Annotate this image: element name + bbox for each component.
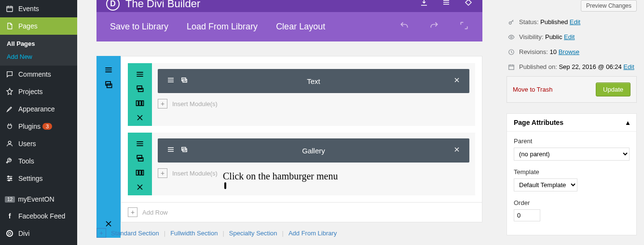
- add-row-line: + Add Row: [121, 203, 482, 222]
- status-edit-link[interactable]: Edit: [570, 18, 580, 26]
- sidebar-label: Projects: [18, 88, 43, 95]
- section-copy-icon[interactable]: [102, 78, 115, 91]
- row-hamburger-icon[interactable]: [134, 68, 146, 81]
- redo-icon[interactable]: [429, 21, 439, 33]
- row-block-2: Gallery + Insert Module(s): [128, 133, 475, 195]
- sidebar-item-myeventon[interactable]: 12 myEventON: [0, 191, 77, 207]
- row-columns-icon[interactable]: [134, 97, 146, 109]
- sidebar-label: Users: [18, 140, 36, 148]
- sidebar-label: Facebook Feed: [18, 212, 65, 220]
- published-label: Published on:: [519, 63, 557, 70]
- module-copy-icon[interactable]: [180, 76, 189, 86]
- preview-changes-button[interactable]: Preview Changes: [581, 0, 637, 12]
- svg-point-4: [8, 180, 10, 181]
- status-label: Status:: [519, 18, 538, 26]
- visibility-edit-link[interactable]: Edit: [564, 33, 575, 41]
- right-panel: Preview Changes Status: Published Edit V…: [499, 0, 644, 245]
- svg-rect-18: [142, 170, 143, 175]
- row-block-1: Text + Insert Module(s): [128, 63, 475, 126]
- module-title: Text: [158, 77, 469, 85]
- sidebar-item-plugins[interactable]: Plugins 3: [0, 118, 77, 135]
- module-hamburger-icon[interactable]: [166, 145, 175, 156]
- section-toolbar: [96, 56, 121, 238]
- sidebar-item-tools[interactable]: Tools: [0, 152, 77, 170]
- add-row-label[interactable]: Add Row: [142, 209, 168, 216]
- sidebar-item-settings[interactable]: Settings: [0, 170, 77, 187]
- load-from-library-button[interactable]: Load From Library: [187, 22, 258, 32]
- svg-rect-17: [139, 170, 141, 175]
- order-input[interactable]: [514, 209, 540, 221]
- insert-module-label[interactable]: Insert Module(s): [172, 100, 218, 108]
- row-toolbar-1: [128, 63, 152, 126]
- svg-rect-10: [139, 101, 141, 106]
- sidebar-item-appearance[interactable]: Appearance: [0, 100, 77, 118]
- module-copy-icon[interactable]: [180, 145, 189, 156]
- sidebar-item-divi[interactable]: D Divi: [0, 225, 77, 242]
- sidebar-label: Appearance: [18, 105, 55, 113]
- module-hamburger-icon[interactable]: [166, 76, 175, 86]
- insert-module-plus-icon[interactable]: +: [158, 99, 167, 109]
- download-icon[interactable]: [420, 0, 428, 9]
- save-to-library-button[interactable]: Save to Library: [110, 22, 168, 32]
- revisions-value: 10: [550, 48, 557, 55]
- specialty-section-link[interactable]: Specialty Section: [229, 230, 277, 237]
- template-select[interactable]: Default Template: [514, 178, 577, 191]
- sidebar-sub-all-pages[interactable]: All Pages: [0, 37, 77, 50]
- row-hamburger-icon[interactable]: [134, 137, 146, 150]
- update-button[interactable]: Update: [596, 82, 630, 96]
- visibility-value: Public: [545, 33, 562, 41]
- insert-module-label[interactable]: Insert Module(s): [172, 170, 218, 177]
- expand-icon[interactable]: [459, 21, 469, 33]
- status-row: Status: Published Edit: [507, 14, 637, 29]
- sliders-icon: [5, 174, 14, 183]
- standard-section-link[interactable]: Standard Section: [111, 230, 159, 237]
- hamburger-icon[interactable]: [442, 0, 451, 9]
- svg-rect-6: [107, 84, 112, 88]
- tag-icon[interactable]: [464, 0, 473, 9]
- sidebar-item-comments[interactable]: Comments: [0, 66, 77, 83]
- insert-module-plus-icon[interactable]: +: [158, 168, 167, 178]
- sidebar-sub-add-new[interactable]: Add New: [0, 50, 77, 63]
- sidebar-label: Divi: [18, 230, 29, 237]
- sidebar-label: Comments: [18, 70, 51, 78]
- section-hamburger-icon[interactable]: [102, 64, 115, 76]
- module-text[interactable]: Text: [158, 69, 469, 93]
- sidebar-item-projects[interactable]: Projects: [0, 83, 77, 100]
- admin-sidebar: Events Pages All Pages Add New Comments …: [0, 0, 77, 245]
- sidebar-label: Plugins: [18, 122, 41, 130]
- row-columns-icon[interactable]: [134, 166, 146, 179]
- panel-toggle-icon[interactable]: ▴: [626, 119, 630, 126]
- row-close-icon[interactable]: [134, 111, 146, 124]
- move-to-trash-link[interactable]: Move to Trash: [513, 86, 552, 93]
- builder-title: The Divi Builder: [125, 0, 200, 10]
- fullwidth-section-link[interactable]: Fullwidth Section: [170, 230, 218, 237]
- svg-rect-11: [142, 101, 143, 106]
- row-copy-icon[interactable]: [134, 152, 146, 164]
- clear-layout-button[interactable]: Clear Layout: [276, 22, 325, 32]
- row-copy-icon[interactable]: [134, 82, 146, 95]
- sidebar-item-users[interactable]: Users: [0, 135, 77, 152]
- visibility-label: Visibility:: [519, 33, 543, 41]
- module-gallery[interactable]: Gallery: [158, 138, 469, 163]
- divi-logo-icon: D: [106, 0, 120, 11]
- sidebar-item-pages[interactable]: Pages: [0, 17, 77, 35]
- add-section-plus-icon[interactable]: +: [96, 228, 106, 238]
- add-from-library-link[interactable]: Add From Library: [288, 230, 337, 237]
- sidebar-item-events[interactable]: Events: [0, 0, 77, 17]
- order-label: Order: [514, 199, 630, 206]
- row-close-icon[interactable]: [134, 181, 146, 193]
- myeventon-badge: 12: [5, 196, 15, 203]
- svg-point-2: [8, 176, 9, 177]
- svg-rect-5: [106, 82, 110, 85]
- module-close-icon[interactable]: [453, 76, 461, 86]
- sidebar-item-facebook-feed[interactable]: f Facebook Feed: [0, 207, 77, 225]
- revisions-browse-link[interactable]: Browse: [559, 48, 579, 55]
- undo-icon[interactable]: [399, 21, 409, 33]
- comment-icon: [5, 69, 14, 79]
- add-row-plus-icon[interactable]: +: [128, 207, 137, 217]
- parent-select[interactable]: (no parent): [514, 148, 630, 161]
- published-edit-link[interactable]: Edit: [623, 63, 634, 70]
- module-title: Gallery: [158, 147, 469, 155]
- status-value: Published: [540, 18, 568, 26]
- module-close-icon[interactable]: [453, 146, 461, 156]
